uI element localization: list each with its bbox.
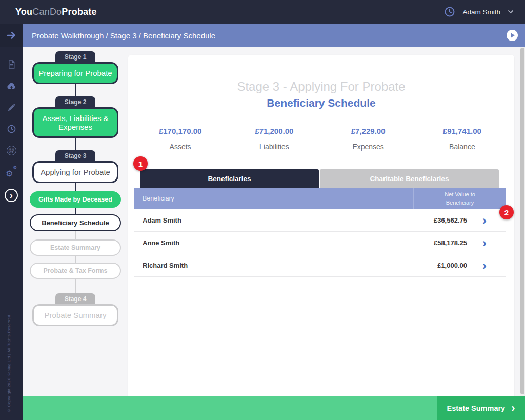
stat-balance: £91,741.00 Balance [415, 127, 509, 151]
connector [75, 84, 76, 96]
user-menu[interactable]: Adam Smith [444, 6, 514, 17]
stat-assets-label: Assets [133, 143, 227, 151]
chevron-right-icon[interactable]: › [471, 238, 498, 248]
play-video-icon[interactable] [507, 30, 518, 41]
pencil-icon [7, 103, 16, 112]
app-logo[interactable]: YouCanDoProbate [15, 7, 97, 17]
stage-flowchart: Stage 1 Preparing for Probate Stage 2 As… [23, 51, 128, 326]
sidebar-expand-button[interactable]: › [0, 183, 23, 204]
beneficiary-value: £36,562.75 [434, 216, 467, 224]
chevron-right-icon[interactable]: › [471, 215, 498, 226]
top-header: YouCanDoProbate Adam Smith [0, 0, 525, 24]
beneficiary-name: Anne Smith [143, 239, 434, 247]
stat-expenses-value: £7,229.00 [321, 127, 415, 135]
breadcrumb-bar: Probate Walkthrough / Stage 3 / Benefici… [0, 24, 525, 47]
beneficiary-tabs: Beneficiaries Charitable Beneficiaries [140, 169, 499, 188]
sidebar-item-walkthrough[interactable] [0, 24, 23, 47]
footer-bar: Estate Summary › [23, 396, 525, 420]
stat-expenses: £7,229.00 Expenses [321, 127, 415, 151]
stage1-box[interactable]: Preparing for Probate [32, 62, 118, 84]
app-window: YouCanDoProbate Adam Smith Probate Walkt… [0, 0, 525, 420]
column-net-value: Net Value to Beneficiary [414, 188, 506, 209]
connector [75, 256, 76, 263]
stat-expenses-label: Expenses [321, 143, 415, 151]
stage3-item-probate-tax-forms: Probate & Tax Forms [30, 263, 121, 279]
sidebar-item-documents[interactable] [0, 53, 23, 75]
logo-cando: CanDo [32, 7, 62, 17]
stage-subtitle: Stage 3 - Applying For Probate [128, 79, 514, 94]
connector [75, 279, 76, 293]
stage3-item-gifts-made-by-deceased[interactable]: Gifts Made by Deceased [30, 191, 121, 208]
beneficiary-name: Richard Smith [143, 262, 437, 269]
gears-settings-icon: ⚙⚙ [6, 167, 16, 177]
arrow-right-icon [6, 30, 16, 41]
breadcrumb: Probate Walkthrough / Stage 3 / Benefici… [23, 31, 507, 40]
beneficiary-table: Beneficiary Net Value to Beneficiary Ada… [134, 188, 506, 277]
sidebar-item-contact[interactable]: @ [0, 139, 23, 161]
table-header: Beneficiary Net Value to Beneficiary [134, 188, 506, 209]
logo-probate: Probate [62, 7, 96, 17]
stage3-box[interactable]: Applying for Probate [32, 161, 118, 183]
sidebar-item-history[interactable] [0, 118, 23, 139]
history-clock-icon[interactable] [444, 6, 455, 17]
tab-charitable-beneficiaries[interactable]: Charitable Beneficiaries [320, 169, 499, 188]
beneficiary-value: £58,178.25 [434, 239, 467, 247]
stat-balance-value: £91,741.00 [415, 127, 509, 135]
estate-stats: £170,170.00 Assets £71,200.00 Liabilitie… [128, 127, 514, 151]
scrollbar-track[interactable] [520, 47, 525, 396]
stat-assets: £170,170.00 Assets [133, 127, 227, 151]
chevron-right-icon[interactable]: › [471, 261, 498, 271]
icon-sidebar: @ ⚙⚙ › © Copyright 2020 Kabing Ltd | All… [0, 47, 23, 420]
beneficiary-value: £1,000.00 [437, 262, 467, 269]
column-beneficiary: Beneficiary [134, 188, 414, 209]
stat-balance-label: Balance [415, 143, 509, 151]
stat-liabilities-value: £71,200.00 [227, 127, 321, 135]
stage3-item-beneficiary-schedule[interactable]: Beneficiary Schedule [30, 214, 121, 231]
chevron-right-icon: › [511, 405, 515, 412]
tab-beneficiaries[interactable]: Beneficiaries [140, 169, 319, 188]
estate-summary-label: Estate Summary [447, 404, 506, 412]
stage2-box[interactable]: Assets, Liabilities & Expenses [32, 107, 118, 138]
scrollbar-thumb[interactable] [520, 48, 524, 394]
table-row[interactable]: Anne Smith £58,178.25 › [134, 232, 506, 254]
page-title: Beneficiary Schedule [128, 97, 514, 109]
chevron-down-icon[interactable] [508, 9, 514, 15]
stage3-item-estate-summary: Estate Summary [30, 239, 121, 256]
stat-assets-value: £170,170.00 [133, 127, 227, 135]
sidebar-item-edit[interactable] [0, 96, 23, 118]
stat-liabilities-label: Liabilities [227, 143, 321, 151]
tutorial-badge-1: 1 [133, 156, 148, 171]
estate-summary-button[interactable]: Estate Summary › [437, 396, 525, 420]
sidebar-item-settings[interactable]: ⚙⚙ [0, 161, 23, 183]
stage4-box: Probate Summary [32, 304, 118, 326]
beneficiary-name: Adam Smith [143, 216, 434, 224]
tutorial-badge-2: 2 [499, 205, 514, 219]
connector [75, 208, 76, 214]
main-content-card: Stage 3 - Applying For Probate Beneficia… [128, 55, 514, 405]
at-contact-icon: @ [7, 146, 16, 155]
chevron-circle-icon: › [5, 189, 18, 202]
connector [75, 231, 76, 239]
stat-liabilities: £71,200.00 Liabilities [227, 127, 321, 151]
cloud-upload-icon [7, 81, 16, 91]
logo-you: You [15, 7, 32, 17]
copyright-text: © Copyright 2020 Kabing Ltd | All Rights… [7, 315, 11, 413]
clock-icon [7, 124, 16, 134]
table-row[interactable]: Adam Smith £36,562.75 › [134, 209, 506, 232]
document-icon [7, 59, 16, 69]
connector [75, 183, 76, 191]
table-row[interactable]: Richard Smith £1,000.00 › [134, 254, 506, 277]
connector [75, 138, 76, 150]
sidebar-item-uploads[interactable] [0, 75, 23, 96]
user-name[interactable]: Adam Smith [462, 8, 500, 16]
